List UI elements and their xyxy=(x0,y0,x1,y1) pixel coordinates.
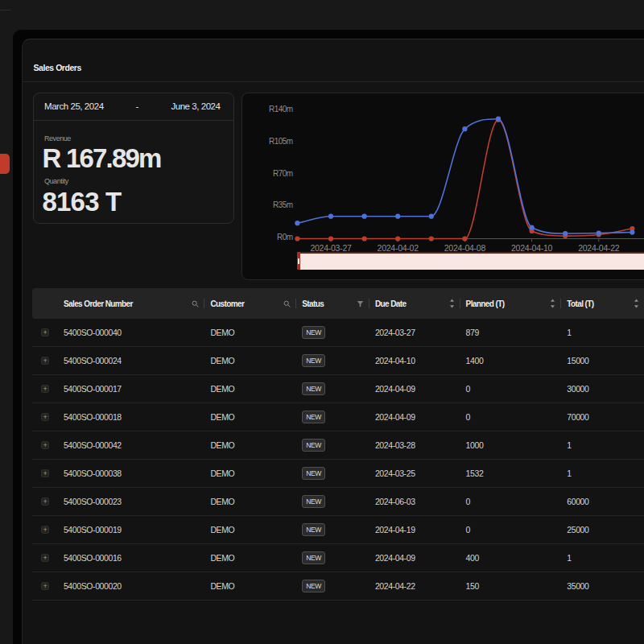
summary-card: March 25, 2024 - June 3, 2024 Revenue R … xyxy=(33,93,234,224)
sales-orders-panel: Sales Orders March 25, 2024 - June 3, 20… xyxy=(22,39,644,644)
cell-total: 1 xyxy=(561,553,644,563)
sort-icon[interactable] xyxy=(550,299,555,308)
cell-planned: 400 xyxy=(460,553,562,563)
cell-due-date: 2024-04-10 xyxy=(369,356,460,365)
revenue-value: R 167.89m xyxy=(43,143,161,174)
cell-sales-order-number: 5400SO-000020 xyxy=(58,581,205,591)
header-divider xyxy=(23,81,644,82)
column-header-label: Planned (T) xyxy=(466,299,505,308)
column-header-label: Status xyxy=(302,299,324,308)
cell-planned: 150 xyxy=(460,581,562,591)
table-row: + 5400SO-000019 DEMO NEW 2024-04-19 0 25… xyxy=(32,516,644,544)
expand-row-button[interactable]: + xyxy=(41,582,49,590)
table-row: + 5400SO-000023 DEMO NEW 2024-06-03 0 60… xyxy=(32,488,644,516)
cell-total: 35000 xyxy=(561,581,644,591)
column-header-planned[interactable]: Planned (T) xyxy=(460,288,562,319)
status-badge: NEW xyxy=(302,580,325,592)
date-range-row[interactable]: March 25, 2024 - June 3, 2024 xyxy=(34,93,233,121)
cell-customer: DEMO xyxy=(204,497,296,506)
background-accent-tab xyxy=(0,154,10,174)
table-row: + 5400SO-000040 DEMO NEW 2024-03-27 879 … xyxy=(32,319,644,347)
table-row: + 5400SO-000017 DEMO NEW 2024-04-09 0 30… xyxy=(32,375,644,403)
cell-sales-order-number: 5400SO-000038 xyxy=(58,469,205,478)
cell-planned: 1532 xyxy=(460,469,562,478)
cell-sales-order-number: 5400SO-000018 xyxy=(58,412,205,422)
cell-sales-order-number: 5400SO-000042 xyxy=(58,440,205,450)
expand-row-button[interactable]: + xyxy=(41,441,49,449)
cell-sales-order-number: 5400SO-000016 xyxy=(58,553,205,563)
cell-due-date: 2024-06-03 xyxy=(369,497,460,506)
cell-total: 1 xyxy=(561,440,644,450)
zoom-slider-left-handle[interactable] xyxy=(297,252,301,270)
expand-cell: + xyxy=(32,526,58,534)
expand-cell: + xyxy=(32,469,58,477)
sales-orders-table: Sales Order NumberCustomerStatusDue Date… xyxy=(32,288,644,601)
cell-customer: DEMO xyxy=(204,525,296,535)
cell-customer: DEMO xyxy=(204,412,296,422)
column-header-so[interactable]: Sales Order Number xyxy=(58,288,205,319)
cell-planned: 879 xyxy=(460,328,562,337)
status-badge: NEW xyxy=(302,495,325,508)
column-header-total[interactable]: Total (T) xyxy=(561,288,644,319)
expand-row-button[interactable]: + xyxy=(41,357,49,365)
expand-row-button[interactable]: + xyxy=(41,413,49,421)
cell-status: NEW xyxy=(296,495,369,508)
cell-total: 30000 xyxy=(561,384,644,394)
cell-planned: 0 xyxy=(460,412,562,422)
status-badge: NEW xyxy=(302,354,325,367)
date-range-separator: - xyxy=(133,101,142,111)
expand-row-button[interactable]: + xyxy=(41,328,49,336)
cell-status: NEW xyxy=(296,467,369,480)
filter-icon[interactable] xyxy=(357,300,364,308)
cell-status: NEW xyxy=(296,382,369,395)
zoom-slider-handle-notch xyxy=(298,258,299,264)
expand-row-button[interactable]: + xyxy=(41,526,49,534)
cell-customer: DEMO xyxy=(204,469,296,478)
cell-status: NEW xyxy=(296,326,369,339)
status-badge: NEW xyxy=(302,326,325,339)
cell-customer: DEMO xyxy=(204,581,296,591)
cell-planned: 0 xyxy=(460,384,562,394)
cell-status: NEW xyxy=(296,523,369,536)
revenue-chart: R0mR35mR70mR105mR140m2024-03-272024-04-0… xyxy=(242,93,644,280)
chart-zoom-slider[interactable] xyxy=(297,252,644,270)
status-badge: NEW xyxy=(302,411,325,423)
expand-cell: + xyxy=(32,385,58,393)
column-header-customer[interactable]: Customer xyxy=(204,288,296,319)
cell-total: 1 xyxy=(561,328,644,337)
column-header-due[interactable]: Due Date xyxy=(369,288,460,319)
table-header-row: Sales Order NumberCustomerStatusDue Date… xyxy=(32,288,644,319)
table-row: + 5400SO-000038 DEMO NEW 2024-03-25 1532… xyxy=(32,460,644,488)
cell-customer: DEMO xyxy=(204,384,296,394)
status-badge: NEW xyxy=(302,467,325,480)
cell-customer: DEMO xyxy=(204,553,296,563)
cell-planned: 0 xyxy=(460,525,562,535)
date-range-end[interactable]: June 3, 2024 xyxy=(171,101,220,111)
expand-row-button[interactable]: + xyxy=(41,497,49,506)
cell-sales-order-number: 5400SO-000024 xyxy=(58,356,205,365)
cell-status: NEW xyxy=(296,580,369,592)
sort-icon[interactable] xyxy=(634,299,639,308)
cell-customer: DEMO xyxy=(204,356,296,365)
search-icon[interactable] xyxy=(283,300,291,308)
cell-planned: 1400 xyxy=(460,356,562,365)
expand-cell: + xyxy=(32,441,58,449)
cell-status: NEW xyxy=(296,411,369,423)
expand-cell: + xyxy=(32,582,58,590)
quantity-label: Quantity xyxy=(44,177,68,185)
quantity-value: 8163 T xyxy=(43,187,122,217)
table-row: + 5400SO-000042 DEMO NEW 2024-03-28 1000… xyxy=(32,431,644,460)
sort-icon[interactable] xyxy=(449,299,455,308)
search-icon[interactable] xyxy=(192,300,199,308)
table-row: + 5400SO-000016 DEMO NEW 2024-04-09 400 … xyxy=(32,544,644,572)
cell-planned: 1000 xyxy=(460,440,562,450)
date-range-start[interactable]: March 25, 2024 xyxy=(44,101,104,111)
expand-row-button[interactable]: + xyxy=(41,385,49,393)
expand-row-button[interactable]: + xyxy=(41,469,49,477)
cell-due-date: 2024-04-09 xyxy=(369,553,460,563)
sales-orders-modal: Sales Orders March 25, 2024 - June 3, 20… xyxy=(13,30,644,644)
column-header-status[interactable]: Status xyxy=(296,288,369,319)
cell-total: 1 xyxy=(561,469,644,478)
column-header-label: Due Date xyxy=(375,299,407,308)
expand-row-button[interactable]: + xyxy=(41,554,49,562)
